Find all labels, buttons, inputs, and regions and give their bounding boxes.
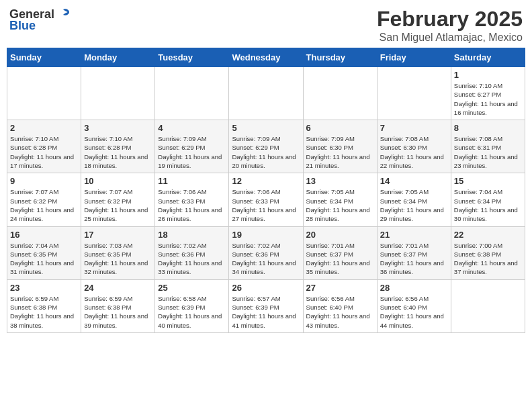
day-number: 19	[232, 230, 300, 240]
day-number: 8	[454, 123, 522, 133]
calendar-cell: 4Sunrise: 7:09 AM Sunset: 6:29 PM Daylig…	[155, 120, 229, 173]
page-header: General Blue February 2025 San Miguel At…	[7, 7, 525, 44]
day-info: Sunrise: 7:10 AM Sunset: 6:27 PM Dayligh…	[454, 81, 522, 117]
calendar-week-row: 1Sunrise: 7:10 AM Sunset: 6:27 PM Daylig…	[7, 67, 525, 120]
calendar-cell: 16Sunrise: 7:04 AM Sunset: 6:35 PM Dayli…	[7, 226, 81, 279]
calendar-cell: 19Sunrise: 7:02 AM Sunset: 6:36 PM Dayli…	[229, 226, 303, 279]
day-number: 14	[380, 176, 448, 186]
calendar-cell: 22Sunrise: 7:00 AM Sunset: 6:38 PM Dayli…	[451, 226, 525, 279]
day-info: Sunrise: 7:03 AM Sunset: 6:35 PM Dayligh…	[84, 241, 152, 277]
calendar-cell: 20Sunrise: 7:01 AM Sunset: 6:37 PM Dayli…	[303, 226, 377, 279]
day-info: Sunrise: 7:05 AM Sunset: 6:34 PM Dayligh…	[306, 187, 374, 223]
day-number: 23	[10, 283, 78, 293]
day-info: Sunrise: 7:01 AM Sunset: 6:37 PM Dayligh…	[306, 241, 374, 277]
calendar-cell: 17Sunrise: 7:03 AM Sunset: 6:35 PM Dayli…	[81, 226, 155, 279]
calendar-cell	[81, 67, 155, 120]
calendar-cell: 6Sunrise: 7:09 AM Sunset: 6:30 PM Daylig…	[303, 120, 377, 173]
calendar-week-row: 23Sunrise: 6:59 AM Sunset: 6:38 PM Dayli…	[7, 279, 525, 332]
calendar-cell: 21Sunrise: 7:01 AM Sunset: 6:37 PM Dayli…	[377, 226, 451, 279]
day-number: 13	[306, 176, 374, 186]
calendar-cell: 9Sunrise: 7:07 AM Sunset: 6:32 PM Daylig…	[7, 173, 81, 226]
day-info: Sunrise: 7:04 AM Sunset: 6:35 PM Dayligh…	[10, 241, 78, 277]
day-number: 21	[380, 230, 448, 240]
day-info: Sunrise: 6:56 AM Sunset: 6:40 PM Dayligh…	[380, 294, 448, 330]
day-number: 28	[380, 283, 448, 293]
calendar-cell: 7Sunrise: 7:08 AM Sunset: 6:30 PM Daylig…	[377, 120, 451, 173]
calendar-cell: 23Sunrise: 6:59 AM Sunset: 6:38 PM Dayli…	[7, 279, 81, 332]
day-number: 15	[454, 176, 522, 186]
day-number: 1	[454, 70, 522, 80]
day-info: Sunrise: 6:56 AM Sunset: 6:40 PM Dayligh…	[306, 294, 374, 330]
day-info: Sunrise: 7:02 AM Sunset: 6:36 PM Dayligh…	[158, 241, 226, 277]
day-number: 22	[454, 230, 522, 240]
day-number: 12	[232, 176, 300, 186]
day-info: Sunrise: 7:04 AM Sunset: 6:34 PM Dayligh…	[454, 187, 522, 223]
calendar-cell	[7, 67, 81, 120]
calendar-cell: 24Sunrise: 6:59 AM Sunset: 6:38 PM Dayli…	[81, 279, 155, 332]
day-info: Sunrise: 7:09 AM Sunset: 6:29 PM Dayligh…	[232, 134, 300, 170]
day-number: 9	[10, 176, 78, 186]
logo-bird-icon	[56, 7, 71, 21]
calendar-cell: 11Sunrise: 7:06 AM Sunset: 6:33 PM Dayli…	[155, 173, 229, 226]
calendar-header-row: SundayMondayTuesdayWednesdayThursdayFrid…	[7, 48, 525, 67]
day-number: 24	[84, 283, 152, 293]
day-number: 16	[10, 230, 78, 240]
day-info: Sunrise: 7:06 AM Sunset: 6:33 PM Dayligh…	[158, 187, 226, 223]
calendar-cell: 2Sunrise: 7:10 AM Sunset: 6:28 PM Daylig…	[7, 120, 81, 173]
day-header-monday: Monday	[81, 48, 155, 67]
day-info: Sunrise: 7:07 AM Sunset: 6:32 PM Dayligh…	[10, 187, 78, 223]
calendar-table: SundayMondayTuesdayWednesdayThursdayFrid…	[7, 48, 525, 333]
day-info: Sunrise: 7:00 AM Sunset: 6:38 PM Dayligh…	[454, 241, 522, 277]
day-header-saturday: Saturday	[451, 48, 525, 67]
calendar-cell: 8Sunrise: 7:08 AM Sunset: 6:31 PM Daylig…	[451, 120, 525, 173]
day-header-thursday: Thursday	[303, 48, 377, 67]
calendar-cell: 25Sunrise: 6:58 AM Sunset: 6:39 PM Dayli…	[155, 279, 229, 332]
day-info: Sunrise: 6:58 AM Sunset: 6:39 PM Dayligh…	[158, 294, 226, 330]
day-number: 26	[232, 283, 300, 293]
day-header-sunday: Sunday	[7, 48, 81, 67]
calendar-week-row: 9Sunrise: 7:07 AM Sunset: 6:32 PM Daylig…	[7, 173, 525, 226]
calendar-week-row: 16Sunrise: 7:04 AM Sunset: 6:35 PM Dayli…	[7, 226, 525, 279]
calendar-cell	[303, 67, 377, 120]
calendar-cell: 15Sunrise: 7:04 AM Sunset: 6:34 PM Dayli…	[451, 173, 525, 226]
day-info: Sunrise: 7:05 AM Sunset: 6:34 PM Dayligh…	[380, 187, 448, 223]
day-info: Sunrise: 6:59 AM Sunset: 6:38 PM Dayligh…	[84, 294, 152, 330]
day-info: Sunrise: 6:59 AM Sunset: 6:38 PM Dayligh…	[10, 294, 78, 330]
calendar-cell: 10Sunrise: 7:07 AM Sunset: 6:32 PM Dayli…	[81, 173, 155, 226]
calendar-cell: 13Sunrise: 7:05 AM Sunset: 6:34 PM Dayli…	[303, 173, 377, 226]
day-info: Sunrise: 7:08 AM Sunset: 6:30 PM Dayligh…	[380, 134, 448, 170]
day-number: 17	[84, 230, 152, 240]
calendar-cell: 1Sunrise: 7:10 AM Sunset: 6:27 PM Daylig…	[451, 67, 525, 120]
day-number: 7	[380, 123, 448, 133]
subtitle: San Miguel Atlamajac, Mexico	[377, 32, 523, 44]
calendar-cell	[229, 67, 303, 120]
day-info: Sunrise: 7:06 AM Sunset: 6:33 PM Dayligh…	[232, 187, 300, 223]
calendar-cell: 12Sunrise: 7:06 AM Sunset: 6:33 PM Dayli…	[229, 173, 303, 226]
calendar-cell: 5Sunrise: 7:09 AM Sunset: 6:29 PM Daylig…	[229, 120, 303, 173]
day-number: 11	[158, 176, 226, 186]
day-number: 6	[306, 123, 374, 133]
day-number: 2	[10, 123, 78, 133]
day-number: 4	[158, 123, 226, 133]
day-info: Sunrise: 7:08 AM Sunset: 6:31 PM Dayligh…	[454, 134, 522, 170]
calendar-cell: 28Sunrise: 6:56 AM Sunset: 6:40 PM Dayli…	[377, 279, 451, 332]
day-info: Sunrise: 6:57 AM Sunset: 6:39 PM Dayligh…	[232, 294, 300, 330]
day-info: Sunrise: 7:07 AM Sunset: 6:32 PM Dayligh…	[84, 187, 152, 223]
calendar-cell	[155, 67, 229, 120]
logo: General Blue	[9, 7, 71, 33]
calendar-cell: 14Sunrise: 7:05 AM Sunset: 6:34 PM Dayli…	[377, 173, 451, 226]
calendar-cell: 3Sunrise: 7:10 AM Sunset: 6:28 PM Daylig…	[81, 120, 155, 173]
title-section: February 2025 San Miguel Atlamajac, Mexi…	[377, 7, 523, 44]
day-number: 10	[84, 176, 152, 186]
day-info: Sunrise: 7:02 AM Sunset: 6:36 PM Dayligh…	[232, 241, 300, 277]
day-info: Sunrise: 7:10 AM Sunset: 6:28 PM Dayligh…	[10, 134, 78, 170]
day-info: Sunrise: 7:10 AM Sunset: 6:28 PM Dayligh…	[84, 134, 152, 170]
day-number: 3	[84, 123, 152, 133]
logo-blue-text: Blue	[9, 19, 36, 33]
day-header-wednesday: Wednesday	[229, 48, 303, 67]
day-number: 5	[232, 123, 300, 133]
main-title: February 2025	[377, 7, 523, 32]
calendar-cell	[451, 279, 525, 332]
day-number: 18	[158, 230, 226, 240]
calendar-cell: 26Sunrise: 6:57 AM Sunset: 6:39 PM Dayli…	[229, 279, 303, 332]
